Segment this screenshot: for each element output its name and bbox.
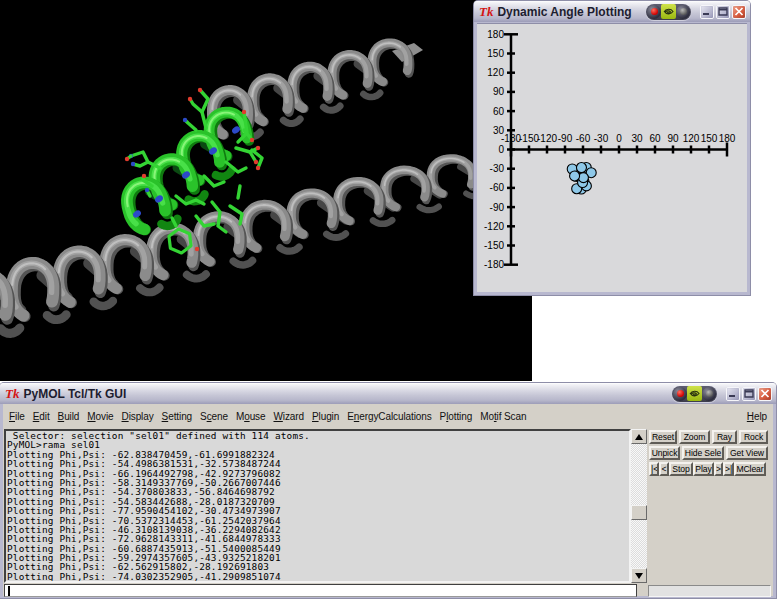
y-tick-label: -180 — [484, 259, 504, 270]
stick-bond — [190, 99, 202, 112]
text-cursor — [8, 586, 10, 596]
status-strip — [648, 585, 771, 597]
helix-ribbon-segment — [373, 220, 392, 224]
menu-wizard[interactable]: Wizard — [269, 408, 308, 425]
helix-ribbon-segment — [94, 301, 113, 306]
gray-dot-icon[interactable] — [702, 387, 716, 401]
x-tick-label: 180 — [719, 133, 736, 144]
pymol-3d-viewport[interactable] — [0, 0, 532, 381]
y-tick-label: 90 — [493, 86, 505, 97]
menu-mouse[interactable]: Mouse — [232, 408, 270, 425]
scroll-down-button[interactable] — [631, 568, 647, 583]
y-tick-label: -120 — [484, 221, 504, 232]
helix-ribbon-segment — [283, 119, 300, 123]
button-hide-sele[interactable]: Hide Sele — [682, 446, 724, 460]
x-tick-label: -30 — [594, 133, 609, 144]
gray-helix-lower — [0, 147, 521, 334]
helix-ribbon-segment — [47, 315, 66, 320]
y-tick-label: -90 — [490, 202, 505, 213]
button--[interactable]: |< — [649, 462, 659, 476]
y-tick-label: 60 — [493, 106, 505, 117]
console-line: Plotting Phi,Psi: -74.0302352905,-41.290… — [7, 572, 629, 581]
menu-build[interactable]: Build — [54, 408, 84, 425]
menu-edit[interactable]: Edit — [29, 408, 54, 425]
button-zoom[interactable]: Zoom — [679, 430, 710, 444]
tk-icon: Tk — [5, 387, 19, 400]
plot-window-titlebar[interactable]: Tk Dynamic Angle Plotting — [474, 1, 750, 22]
scatter-point — [578, 173, 588, 183]
helix-ribbon-segment — [363, 93, 380, 97]
gui-window-titlebar[interactable]: Tk PyMOL Tcl/Tk GUI — [0, 383, 776, 404]
maximize-button[interactable] — [716, 5, 730, 19]
menu-file[interactable]: File — [5, 408, 29, 425]
y-tick-label: 150 — [487, 48, 504, 59]
button--[interactable]: < — [659, 462, 669, 476]
nvidia-logo-icon[interactable] — [661, 4, 676, 19]
button--[interactable]: >| — [723, 462, 734, 476]
plot-window: Tk Dynamic Angle Plotting -180-150-120-9… — [474, 1, 750, 295]
helix-ribbon-segment — [327, 234, 346, 238]
ramachandran-plot-canvas[interactable]: -180-150-120-90-60-300306090120150180-18… — [477, 23, 747, 292]
x-tick-label: 150 — [701, 133, 718, 144]
button-rock[interactable]: Rock — [739, 430, 768, 444]
y-tick-label: -150 — [484, 240, 504, 251]
x-tick-label: 30 — [631, 133, 643, 144]
control-panel: ResetZoomRayRockUnpickHide SeleGet View|… — [649, 430, 768, 582]
stick-bond — [238, 186, 240, 198]
button-reset[interactable]: Reset — [649, 430, 677, 444]
nitrogen-atom — [145, 188, 149, 192]
gui-window-title: PyMOL Tcl/Tk GUI — [23, 387, 672, 401]
console-output[interactable]: Selector: selection "sel01" defined with… — [4, 429, 631, 583]
oxygen-atom — [256, 166, 260, 170]
scatter-point — [576, 163, 586, 173]
record-dot-icon[interactable] — [673, 387, 687, 401]
record-dot-icon[interactable] — [647, 5, 661, 19]
y-tick-label: 120 — [487, 67, 504, 78]
command-input[interactable] — [4, 584, 637, 597]
menu-plotting[interactable]: Plotting — [436, 408, 477, 425]
menu-energycalculations[interactable]: EnergyCalculations — [343, 408, 435, 425]
menu-motif-scan[interactable]: Motif Scan — [476, 408, 530, 425]
gray-dot-icon[interactable] — [676, 5, 690, 19]
gui-window: Tk PyMOL Tcl/Tk GUI FileEditBuildMovieDi… — [0, 383, 776, 598]
button-stop[interactable]: Stop — [669, 462, 693, 476]
scrollbar-thumb[interactable] — [631, 505, 647, 520]
button-play[interactable]: Play — [693, 462, 714, 476]
maximize-button[interactable] — [742, 387, 756, 401]
console-scrollbar[interactable] — [631, 429, 647, 583]
stick-bond — [185, 120, 196, 130]
close-button[interactable] — [758, 387, 772, 401]
x-tick-label: -120 — [537, 133, 557, 144]
nitrogen-atom — [131, 162, 135, 166]
helix-ribbon-segment — [420, 207, 439, 211]
menu-setting[interactable]: Setting — [158, 408, 196, 425]
button--[interactable]: > — [714, 462, 723, 476]
oxygen-atom — [142, 174, 146, 178]
menu-help[interactable]: Help — [743, 408, 771, 425]
tk-icon: Tk — [479, 5, 493, 18]
minimize-button[interactable] — [726, 387, 740, 401]
oxygen-atom — [256, 146, 260, 150]
button-mclear[interactable]: MClear — [734, 462, 766, 476]
close-button[interactable] — [732, 5, 746, 19]
button-get-view[interactable]: Get View — [726, 446, 768, 460]
helix-ribbon-segment — [1, 328, 20, 333]
scroll-up-button[interactable] — [631, 429, 647, 444]
x-tick-label: 90 — [667, 133, 679, 144]
gui-window-body: FileEditBuildMovieDisplaySettingSceneMou… — [3, 404, 773, 596]
nvidia-logo-icon[interactable] — [687, 386, 702, 401]
x-tick-label: -90 — [558, 133, 573, 144]
button-ray[interactable]: Ray — [712, 430, 737, 444]
menu-plugin[interactable]: Plugin — [308, 408, 343, 425]
phi-psi-scatter-plot: -180-150-120-90-60-300306090120150180-18… — [477, 24, 747, 292]
x-tick-label: 60 — [649, 133, 661, 144]
nitrogen-atom — [183, 118, 187, 122]
minimize-button[interactable] — [700, 5, 714, 19]
menu-movie[interactable]: Movie — [83, 408, 117, 425]
stick-bond — [131, 152, 148, 162]
helix-ribbon-segment — [323, 106, 340, 110]
menu-scene[interactable]: Scene — [196, 408, 232, 425]
menu-display[interactable]: Display — [118, 408, 158, 425]
button-unpick[interactable]: Unpick — [649, 446, 680, 460]
console-line: Selector: selection "sel01" defined with… — [7, 431, 629, 440]
